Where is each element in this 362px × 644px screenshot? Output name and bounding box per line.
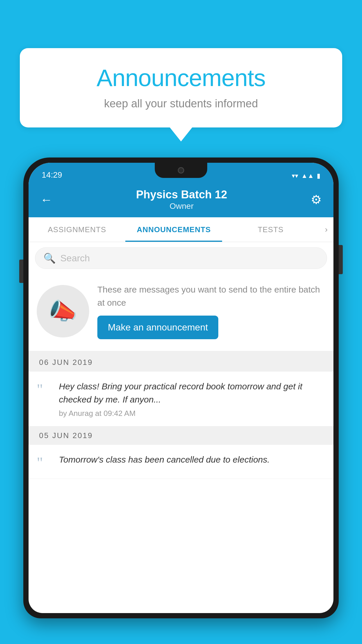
date-separator-2: 05 JUN 2019 — [29, 426, 333, 445]
megaphone-icon: 📣 — [48, 298, 78, 325]
promo-right: These are messages you want to send to t… — [97, 283, 325, 339]
search-icon: 🔍 — [43, 252, 56, 264]
settings-button[interactable]: ⚙ — [311, 192, 322, 207]
status-icons: ▾▾ ▲▲ ▮ — [292, 172, 320, 180]
app-header: ← Physics Batch 12 Owner ⚙ — [29, 183, 333, 217]
announcement-content-2: Tomorrow's class has been cancelled due … — [59, 453, 325, 466]
speech-bubble-title: Announcements — [37, 64, 325, 92]
wifi-icon: ▾▾ — [292, 172, 298, 180]
signal-icon: ▲▲ — [301, 172, 314, 180]
batch-subtitle: Owner — [136, 202, 227, 211]
promo-description: These are messages you want to send to t… — [97, 283, 325, 309]
tab-announcements[interactable]: ANNOUNCEMENTS — [125, 218, 222, 242]
speech-bubble: Announcements keep all your students inf… — [20, 48, 342, 127]
tab-assignments[interactable]: ASSIGNMENTS — [29, 218, 125, 242]
announcement-item-1[interactable]: " Hey class! Bring your practical record… — [29, 372, 333, 426]
tabs-container: ASSIGNMENTS ANNOUNCEMENTS TESTS › — [29, 217, 333, 242]
header-title-group: Physics Batch 12 Owner — [136, 188, 227, 211]
announcement-text-2: Tomorrow's class has been cancelled due … — [59, 453, 325, 466]
status-time: 14:29 — [42, 170, 62, 180]
phone-outer: 14:29 ▾▾ ▲▲ ▮ ← Physics Batch 12 Owner ⚙… — [23, 158, 339, 618]
announcement-text-1: Hey class! Bring your practical record b… — [59, 380, 325, 406]
date-label-1: 06 JUN 2019 — [39, 358, 93, 367]
speech-bubble-container: Announcements keep all your students inf… — [20, 48, 342, 127]
quote-icon-1: " — [37, 382, 52, 397]
date-separator-1: 06 JUN 2019 — [29, 353, 333, 372]
promo-icon-circle: 📣 — [37, 285, 89, 337]
search-bar[interactable]: 🔍 Search — [35, 247, 327, 269]
promo-section: 📣 These are messages you want to send to… — [29, 274, 333, 353]
search-placeholder: Search — [60, 253, 90, 264]
tab-tests[interactable]: TESTS — [222, 218, 319, 242]
announcement-item-2[interactable]: " Tomorrow's class has been cancelled du… — [29, 445, 333, 479]
phone-notch — [155, 163, 207, 178]
speech-bubble-subtitle: keep all your students informed — [37, 97, 325, 110]
announcement-content-1: Hey class! Bring your practical record b… — [59, 380, 325, 418]
make-announcement-button[interactable]: Make an announcement — [97, 316, 218, 339]
tab-more[interactable]: › — [319, 217, 333, 242]
quote-icon-2: " — [37, 455, 52, 470]
batch-title: Physics Batch 12 — [136, 188, 227, 201]
back-button[interactable]: ← — [40, 193, 52, 207]
phone-mockup: 14:29 ▾▾ ▲▲ ▮ ← Physics Batch 12 Owner ⚙… — [23, 158, 339, 644]
announcement-meta-1: by Anurag at 09:42 AM — [59, 409, 325, 418]
battery-icon: ▮ — [317, 172, 320, 180]
camera-notch — [178, 167, 184, 174]
phone-inner: 14:29 ▾▾ ▲▲ ▮ ← Physics Batch 12 Owner ⚙… — [29, 163, 333, 613]
search-container: 🔍 Search — [29, 242, 333, 274]
date-label-2: 05 JUN 2019 — [39, 431, 93, 440]
